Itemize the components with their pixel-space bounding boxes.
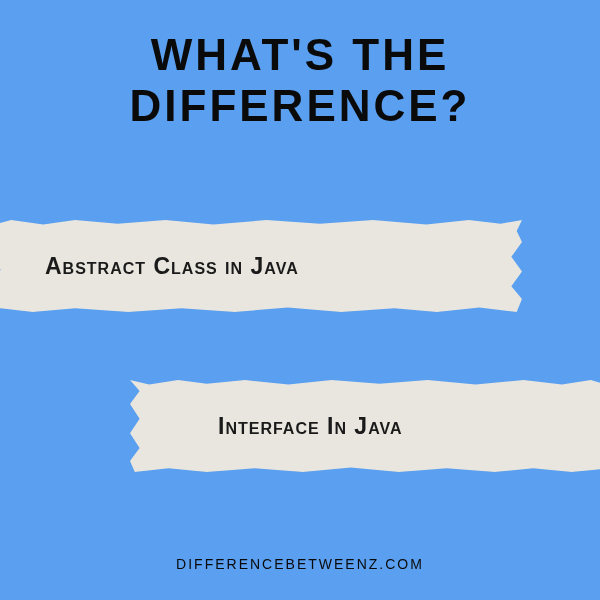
- title-line-1: WHAT'S THE: [0, 30, 600, 81]
- tape-strip-2: Interface In Java: [130, 380, 600, 472]
- tape-2-text: Interface In Java: [218, 413, 403, 440]
- tape-1-text: Abstract Class in Java: [45, 253, 299, 280]
- title-line-2: DIFFERENCE?: [0, 81, 600, 132]
- tape-strip-1: Abstract Class in Java: [0, 220, 522, 312]
- main-title: WHAT'S THE DIFFERENCE?: [0, 0, 600, 131]
- footer-credit: DIFFERENCEBETWEENZ.COM: [0, 556, 600, 572]
